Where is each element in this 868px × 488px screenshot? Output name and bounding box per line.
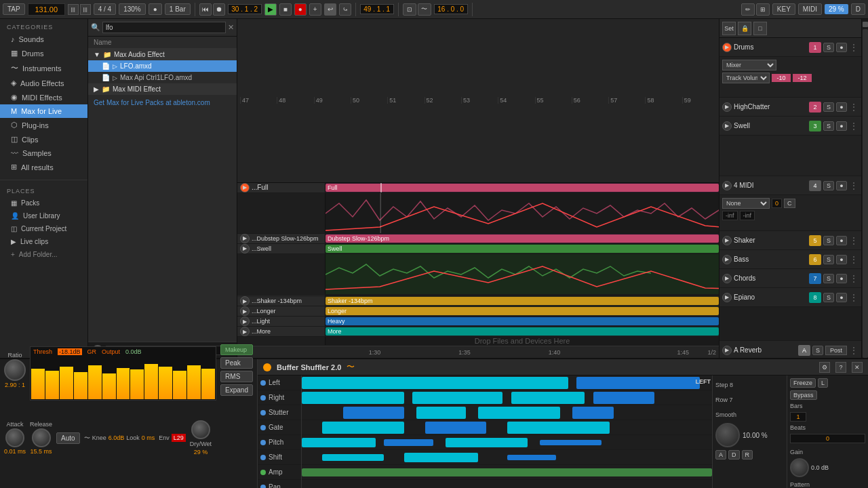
right-arm-drums[interactable]: ● — [836, 43, 847, 52]
right-play-bass[interactable]: ▶ — [722, 255, 732, 264]
midi-none-select[interactable]: None — [722, 198, 770, 209]
track-clips-chords[interactable]: Heavy — [326, 317, 719, 326]
attack-knob[interactable] — [5, 428, 24, 447]
right-dots-areverb[interactable]: ⋮ — [849, 345, 859, 356]
sidebar-item-samples[interactable]: 〰 Samples — [0, 146, 87, 160]
drop-zone[interactable]: Drop Files and Devices Here — [326, 337, 719, 345]
stop-btn[interactable]: ■ — [279, 3, 292, 16]
bs-power-icon[interactable] — [263, 363, 271, 371]
zoom-display[interactable]: 130% — [119, 3, 146, 15]
set-btn[interactable]: Set — [722, 22, 736, 35]
right-dots-epiano[interactable]: ⋮ — [849, 292, 859, 303]
right-s-bass[interactable]: S — [823, 255, 834, 264]
midi-c-btn[interactable]: C — [784, 199, 795, 208]
skip-back-btn[interactable]: ⏮ — [199, 3, 212, 16]
sidebar-item-audio-effects[interactable]: ◈ Audio Effects — [0, 76, 87, 90]
bs-block-pitch-1[interactable] — [302, 438, 376, 447]
midi-btn[interactable]: MIDI — [798, 3, 822, 15]
right-play-areverb[interactable]: ▶ — [722, 346, 732, 355]
track-play-bass[interactable]: ▶ — [240, 306, 250, 316]
sidebar-item-drums[interactable]: ▦ Drums — [0, 46, 87, 60]
rms-btn[interactable]: RMS — [220, 371, 253, 382]
smooth-knob[interactable] — [715, 423, 740, 447]
right-play-shaker[interactable]: ▶ — [722, 236, 732, 245]
sidebar-item-clips[interactable]: ◫ Clips — [0, 132, 87, 146]
drywet-knob[interactable] — [191, 420, 210, 439]
clip-epiano[interactable]: More — [326, 327, 719, 336]
track-clips-swell[interactable]: Swell — [326, 244, 719, 253]
right-s-areverb[interactable]: S — [812, 346, 823, 355]
right-arm-bass[interactable]: ● — [836, 255, 847, 264]
browser-group-max-midi-header[interactable]: ▶ 📁 Max MIDI Effect — [88, 83, 237, 95]
track-play-shaker[interactable]: ▶ — [240, 296, 250, 306]
right-dots-drums[interactable]: ⋮ — [849, 42, 859, 53]
loop-indicator[interactable]: ● — [149, 3, 162, 15]
right-play-chords[interactable]: ▶ — [722, 274, 732, 283]
right-dots-swell[interactable]: ⋮ — [849, 121, 859, 131]
l-btn[interactable]: L — [818, 378, 828, 388]
track-play-chords[interactable]: ▶ — [240, 317, 250, 326]
clip-dubstep[interactable]: Dubstep Slow-126bpm — [326, 235, 719, 243]
tempo-tap-btn[interactable]: ||| — [80, 4, 91, 15]
right-dots-shaker[interactable]: ⋮ — [849, 235, 859, 246]
track-clips-bass[interactable]: Longer — [326, 306, 719, 316]
tempo-midi-btn[interactable]: ||| — [68, 4, 79, 15]
tempo-display[interactable]: 131.00 — [28, 3, 65, 16]
browser-group-max-audio-header[interactable]: ▼ 📁 Max Audio Effect — [88, 49, 237, 60]
clip-chords[interactable]: Heavy — [326, 317, 719, 325]
right-s-chords[interactable]: S — [823, 274, 834, 283]
right-arm-4midi[interactable]: ● — [836, 181, 847, 190]
tap-button[interactable]: TAP — [3, 3, 25, 15]
bs-block-stutter-3[interactable] — [478, 407, 560, 419]
record-btn[interactable]: ● — [294, 3, 307, 16]
track-volume-select[interactable]: Track Volume — [722, 73, 770, 83]
clip-swell[interactable]: Swell — [326, 245, 719, 253]
beats-val[interactable]: 0 — [790, 434, 865, 443]
arrangement-record-btn[interactable]: ⏺ — [213, 3, 225, 16]
sidebar-item-user-library[interactable]: 👤 User Library — [0, 209, 87, 222]
bs-grid[interactable]: LEFT — [302, 375, 712, 488]
bs-block-right-4[interactable] — [593, 392, 655, 404]
bs-block-pitch-4[interactable] — [540, 440, 601, 445]
right-dots-highchatter[interactable]: ⋮ — [849, 102, 859, 113]
edge-scroll-1[interactable] — [863, 22, 868, 27]
bs-info-btn[interactable]: ? — [835, 362, 846, 373]
time-sig-display[interactable]: 4 / 4 — [94, 3, 116, 15]
add-btn[interactable]: + — [309, 3, 321, 16]
right-s-drums[interactable]: S — [823, 43, 834, 52]
right-arm-chords[interactable]: ● — [836, 274, 847, 283]
bs-block-right-2[interactable] — [412, 392, 502, 404]
right-play-highchatter[interactable]: ▶ — [722, 102, 732, 112]
bs-block-right-1[interactable] — [302, 392, 404, 404]
sidebar-item-plug-ins[interactable]: ⬡ Plug-ins — [0, 118, 87, 132]
right-play-4midi[interactable]: ▶ — [722, 181, 732, 190]
clip-bass[interactable]: Longer — [326, 307, 719, 315]
key-btn[interactable]: KEY — [772, 3, 795, 15]
freeze-btn[interactable]: Freeze — [790, 378, 816, 388]
position-right-display[interactable]: 49 . 1 . 1 — [360, 4, 394, 14]
bs-d-btn[interactable]: D — [728, 450, 740, 460]
sidebar-item-sounds[interactable]: ♪ Sounds — [0, 33, 87, 46]
bs-block-pitch-2[interactable] — [384, 439, 433, 446]
right-arm-highchatter[interactable]: ● — [836, 102, 847, 112]
right-arm-shaker[interactable]: ● — [836, 236, 847, 245]
bs-block-stutter-2[interactable] — [416, 407, 466, 419]
bs-block-left-1[interactable] — [302, 377, 568, 389]
d-btn[interactable]: D — [851, 3, 865, 15]
snap-btn[interactable]: 〜 — [418, 3, 431, 16]
grid-btn[interactable]: ⊞ — [756, 3, 770, 16]
expand-btn[interactable]: Expand — [220, 384, 253, 396]
bs-block-gate-1[interactable] — [322, 422, 404, 434]
right-play-swell[interactable]: ▶ — [722, 121, 732, 131]
right-s-epiano[interactable]: S — [823, 293, 834, 302]
bs-block-stutter-1[interactable] — [343, 407, 405, 419]
snap-val-display[interactable]: 16 . 0 . 0 — [434, 4, 468, 14]
clip-full[interactable]: Full — [326, 184, 719, 192]
track-clips-shaker[interactable]: Shaker -134bpm — [326, 296, 719, 306]
bypass-btn[interactable]: Bypass — [790, 390, 817, 400]
right-s-shaker[interactable]: S — [823, 236, 834, 245]
gain-knob[interactable] — [790, 458, 809, 477]
bs-block-stutter-4[interactable] — [572, 407, 614, 419]
sidebar-item-live-clips[interactable]: ▶ Live clips — [0, 235, 87, 248]
bars-val[interactable]: 1 — [790, 412, 806, 422]
